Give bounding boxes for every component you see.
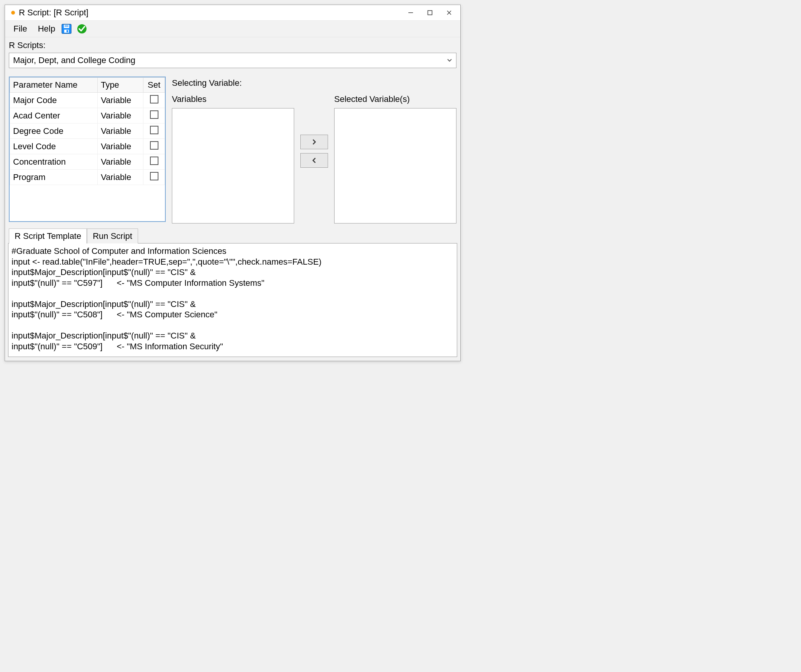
chevron-down-icon	[445, 58, 454, 62]
set-checkbox[interactable]	[150, 157, 158, 165]
variables-label: Variables	[172, 94, 294, 108]
app-icon	[11, 11, 15, 15]
param-name-cell: Concentration	[10, 154, 98, 170]
set-checkbox[interactable]	[150, 126, 158, 134]
variable-selector: Selecting Variable: Variables Selected V…	[172, 77, 456, 223]
minimize-button[interactable]	[401, 6, 420, 20]
param-type-cell: Variable	[98, 93, 143, 108]
scripts-dropdown[interactable]: Major, Dept, and College Coding	[9, 53, 456, 68]
save-button[interactable]	[61, 23, 72, 35]
selecting-variable-label: Selecting Variable:	[172, 77, 456, 94]
selected-variables-label: Selected Variable(s)	[334, 94, 456, 108]
table-row[interactable]: Acad Center Variable	[10, 108, 165, 123]
scripts-selected: Major, Dept, and College Coding	[13, 55, 445, 65]
menu-help[interactable]: Help	[32, 22, 60, 35]
window-title: R Script: [R Script]	[19, 8, 88, 18]
set-checkbox[interactable]	[150, 172, 158, 180]
svg-rect-1	[428, 11, 432, 15]
close-button[interactable]	[440, 6, 459, 20]
table-row[interactable]: Major Code Variable	[10, 93, 165, 108]
parameter-table: Parameter Name Type Set Major Code Varia…	[10, 77, 165, 185]
set-checkbox[interactable]	[150, 95, 158, 103]
variables-listbox[interactable]	[172, 108, 294, 223]
scripts-label: R Scripts:	[9, 40, 456, 53]
param-type-cell: Variable	[98, 139, 143, 154]
scripts-section: R Scripts: Major, Dept, and College Codi…	[5, 37, 460, 72]
minimize-icon	[408, 10, 413, 15]
parameter-table-pane: Parameter Name Type Set Major Code Varia…	[9, 77, 166, 222]
maximize-icon	[427, 10, 433, 15]
table-row[interactable]: Program Variable	[10, 170, 165, 185]
add-variable-button[interactable]	[300, 135, 328, 149]
save-icon	[61, 23, 72, 34]
ok-button[interactable]	[76, 23, 88, 35]
chevron-right-icon	[312, 139, 316, 145]
close-icon	[446, 10, 452, 15]
table-row[interactable]: Level Code Variable	[10, 139, 165, 154]
param-type-cell: Variable	[98, 108, 143, 123]
titlebar: R Script: [R Script]	[5, 5, 460, 20]
param-name-cell: Degree Code	[10, 123, 98, 139]
col-parameter-name[interactable]: Parameter Name	[10, 78, 98, 93]
menubar: File Help	[5, 20, 460, 37]
script-code-editor[interactable]: #Graduate School of Computer and Informa…	[8, 243, 457, 357]
script-tabs: R Script Template Run Script	[5, 223, 460, 243]
table-row[interactable]: Concentration Variable	[10, 154, 165, 170]
set-checkbox[interactable]	[150, 141, 158, 150]
param-type-cell: Variable	[98, 154, 143, 170]
menu-file[interactable]: File	[8, 22, 32, 35]
tab-run-script[interactable]: Run Script	[87, 228, 138, 243]
param-type-cell: Variable	[98, 170, 143, 185]
selected-variables-listbox[interactable]	[334, 108, 456, 223]
svg-rect-9	[67, 30, 68, 32]
checkmark-circle-icon	[77, 23, 87, 34]
col-type[interactable]: Type	[98, 78, 143, 93]
chevron-left-icon	[312, 157, 316, 163]
maximize-button[interactable]	[420, 6, 440, 20]
param-name-cell: Program	[10, 170, 98, 185]
tab-r-script-template[interactable]: R Script Template	[9, 228, 87, 243]
col-set[interactable]: Set	[143, 78, 165, 93]
table-row[interactable]: Degree Code Variable	[10, 123, 165, 139]
window: R Script: [R Script] File Help	[5, 5, 461, 361]
param-name-cell: Major Code	[10, 93, 98, 108]
remove-variable-button[interactable]	[300, 153, 328, 168]
param-name-cell: Level Code	[10, 139, 98, 154]
middle-panel: Parameter Name Type Set Major Code Varia…	[5, 72, 460, 223]
param-name-cell: Acad Center	[10, 108, 98, 123]
set-checkbox[interactable]	[150, 110, 158, 119]
param-type-cell: Variable	[98, 123, 143, 139]
